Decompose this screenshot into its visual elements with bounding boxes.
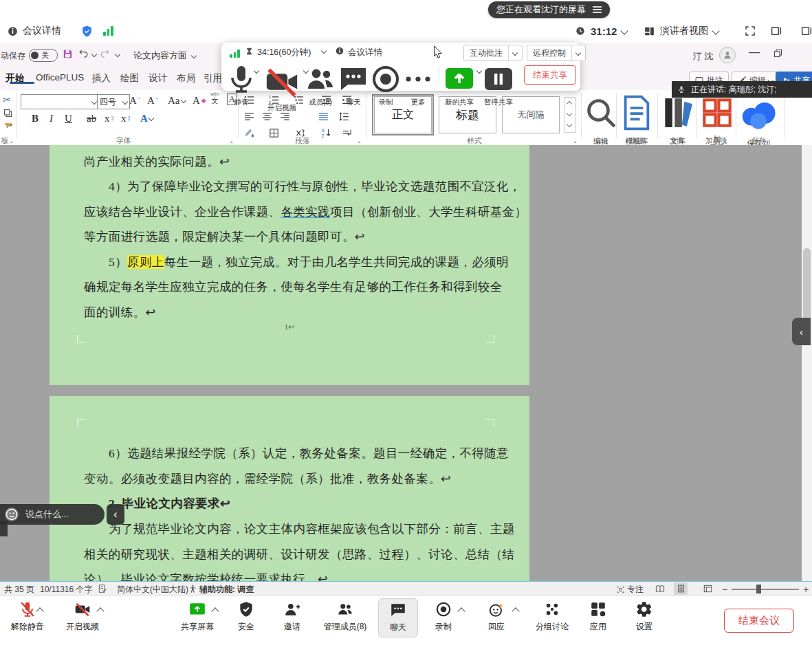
network-status[interactable] <box>103 19 113 43</box>
shrink-font-button[interactable]: Aˇ <box>147 94 158 107</box>
record-button[interactable]: 录制 <box>369 63 402 107</box>
avatar[interactable] <box>719 47 736 63</box>
panel-collapse-handle[interactable]: ‹ <box>792 318 811 345</box>
format-painter-icon[interactable] <box>3 122 13 132</box>
annotate-button[interactable]: 互动批注 <box>463 45 523 61</box>
start-video-button[interactable]: 开启视频 <box>263 63 301 113</box>
font-name-combo[interactable] <box>21 94 99 109</box>
meeting-details-link[interactable]: 会议详情 <box>348 47 382 58</box>
superscript-button[interactable]: x2 <box>121 111 131 125</box>
end-meeting-button[interactable]: 结束会议 <box>724 609 794 633</box>
tab-officeplus[interactable]: OfficePLUS <box>36 72 84 83</box>
restore-window-button[interactable] <box>773 48 783 58</box>
web-layout-button[interactable] <box>703 584 713 593</box>
extra-header-button[interactable] <box>800 19 812 43</box>
grow-font-button[interactable]: Aˆ <box>129 94 140 107</box>
security-status-button[interactable] <box>80 19 94 43</box>
subscript-button[interactable]: x2 <box>105 111 114 125</box>
shading-icon[interactable] <box>243 127 255 139</box>
tab-layout[interactable]: 布局 <box>177 72 195 85</box>
clipboard-dialog-launcher[interactable]: ⌟ <box>10 137 12 144</box>
zoom-slider-handle[interactable] <box>756 585 761 593</box>
remote-control-button[interactable]: 远程控制 <box>527 45 586 61</box>
clear-format-button[interactable]: A◆ <box>193 94 206 107</box>
doc-line: 相关的研究现状、主题相关的调研、设计研发（思路、过程）、讨论、总结（结 <box>84 545 490 563</box>
paragraph-dialog-launcher[interactable]: ⌟ <box>358 137 360 144</box>
italic-button[interactable]: I <box>50 111 53 125</box>
bold-button[interactable]: B <box>32 111 39 125</box>
change-case-button[interactable]: Aa <box>168 94 186 107</box>
chat-quick-input[interactable]: 说点什么... <box>0 504 105 525</box>
new-share-button[interactable]: 新的共享 <box>443 63 476 107</box>
record-icon <box>435 600 452 618</box>
save-button[interactable] <box>62 48 74 60</box>
accessibility-status[interactable]: 辅助功能: 调查 <box>199 584 254 596</box>
font-dialog-launcher[interactable]: ⌟ <box>230 137 232 144</box>
meeting-duration[interactable]: 34:16(60分钟) <box>257 47 311 58</box>
proofing-icon[interactable] <box>98 584 107 593</box>
zoom-slider-track[interactable] <box>732 589 799 590</box>
line-spacing-icon[interactable] <box>338 111 350 122</box>
text-effects-button[interactable]: A <box>140 111 153 125</box>
tab-draw[interactable]: 绘图 <box>120 72 139 85</box>
font-size-combo[interactable]: 四号 <box>97 94 130 109</box>
style-dialog-launcher[interactable]: ⌟ <box>573 137 576 144</box>
word-count[interactable]: 10/11316 个字 <box>40 584 93 596</box>
tab-insert[interactable]: 插入 <box>92 72 111 85</box>
start-video-button[interactable]: 开启视频 <box>50 600 116 633</box>
video-chevron-icon[interactable] <box>96 607 104 615</box>
viewer-banner[interactable]: 您正在观看沈汀的屏幕 <box>488 1 610 18</box>
vertical-scrollbar[interactable] <box>802 145 812 581</box>
copy-icon[interactable] <box>3 108 13 118</box>
people-icon <box>336 600 354 618</box>
settings-button[interactable]: 设置 <box>611 600 677 633</box>
manage-members-button[interactable]: 管理成员(8) <box>312 600 378 633</box>
undo-button[interactable] <box>78 48 89 59</box>
more-button[interactable]: 更多 <box>402 63 435 107</box>
apps-grid-icon <box>589 600 607 618</box>
distribute-icon[interactable] <box>318 111 329 122</box>
pause-share-button[interactable]: 暂停共享 <box>482 63 515 107</box>
tab-references[interactable]: 引用 <box>204 72 222 85</box>
zoom-in-button[interactable]: + <box>803 584 809 595</box>
unmute-chevron-icon[interactable] <box>36 607 43 615</box>
hourglass-icon <box>245 47 254 56</box>
members-button[interactable]: 成员(8) <box>304 63 337 107</box>
mute-button[interactable]: 静音 <box>225 63 258 107</box>
zoom-out-button[interactable]: − <box>722 584 727 595</box>
page-count[interactable]: 共 35 页 <box>4 584 34 596</box>
meeting-details-button[interactable]: 会议详情 <box>7 19 61 43</box>
redo-button[interactable] <box>99 48 110 59</box>
emoji-icon[interactable] <box>5 508 19 521</box>
share-chevron-icon[interactable] <box>476 68 482 74</box>
tab-design[interactable]: 设计 <box>149 72 167 85</box>
chat-collapse-button[interactable]: ‹ <box>107 504 124 525</box>
share-screen-icon <box>443 63 476 96</box>
doc-line: 4）为了保障毕业论文撰写的可行性与原创性，毕业论文选题范围不宜泛化， <box>84 177 514 195</box>
reaction-chevron-icon[interactable] <box>512 607 519 615</box>
phonetic-guide-button[interactable]: wén文 <box>210 91 219 105</box>
read-mode-button[interactable] <box>655 584 666 594</box>
align-left-icon[interactable] <box>243 111 255 122</box>
highlighted-text: 原则上 <box>127 255 164 269</box>
reaction-icon <box>487 600 505 618</box>
tab-home[interactable]: 开始 <box>6 72 24 85</box>
strikethrough-button[interactable]: ab <box>87 111 96 125</box>
style-gallery-scroll[interactable] <box>564 97 576 133</box>
banner-menu-icon[interactable] <box>593 5 602 14</box>
underline-button[interactable]: U <box>65 111 72 125</box>
view-mode-button[interactable]: 演讲者视图 <box>644 19 718 43</box>
fullscreen-button[interactable] <box>744 19 756 43</box>
print-layout-button[interactable] <box>674 582 688 595</box>
side-panel-button[interactable] <box>770 19 782 43</box>
document-title[interactable]: 论文内容方面 <box>133 50 196 62</box>
focus-mode-button[interactable]: 专注 <box>616 584 644 596</box>
chat-button[interactable]: 聊天 <box>337 63 370 107</box>
meeting-timer[interactable]: 31:12 <box>575 19 627 43</box>
autosave-toggle[interactable]: 关 <box>29 49 58 62</box>
language-status[interactable]: 简体中文(中国大陆) <box>117 584 188 596</box>
end-share-button[interactable]: 结束共享 <box>524 65 576 85</box>
minimize-button[interactable]: — <box>748 47 760 59</box>
cut-icon[interactable]: ✂ <box>3 94 13 105</box>
quickaccess-more-icon[interactable] <box>115 52 120 57</box>
